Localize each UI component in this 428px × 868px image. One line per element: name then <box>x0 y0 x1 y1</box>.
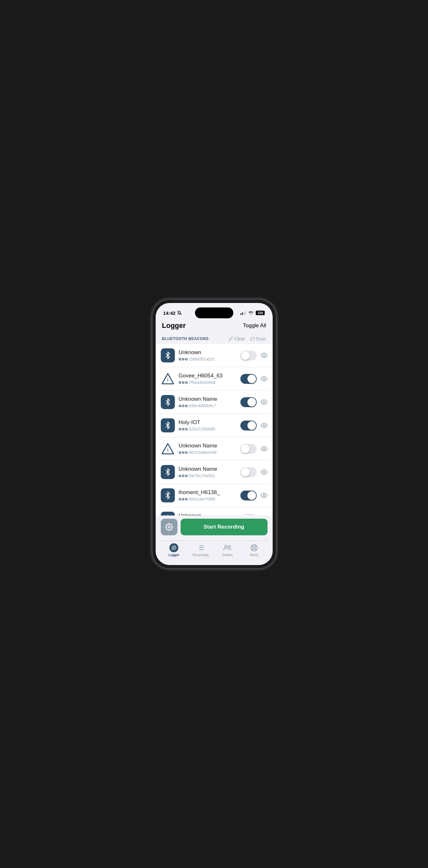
beacon-name: Unknown <box>179 349 237 356</box>
tab-label-logger: Logger <box>169 553 179 557</box>
svg-point-4 <box>263 378 265 379</box>
tab-about[interactable]: About <box>241 543 268 557</box>
beacon-controls <box>240 491 268 500</box>
beacon-row: ! Govee_H6054_63 7f5aa4b1040a <box>156 367 273 391</box>
app-header: Logger Toggle All <box>156 320 273 334</box>
svg-point-11 <box>263 494 265 496</box>
beacon-info: ihoment_H6138_ 80b1cbe708f8 <box>179 489 237 501</box>
bottom-controls: Start Recording <box>161 519 268 535</box>
eye-icon[interactable] <box>261 423 268 428</box>
bluetooth-icon <box>161 465 175 479</box>
beacon-row: Holy-IOT 625a71f30085 <box>156 414 273 437</box>
beacon-row: ihoment_H6138_ 80b1cbe708f8 <box>156 484 273 507</box>
start-recording-label: Start Recording <box>204 524 245 530</box>
tab-icon-recordings <box>196 543 205 552</box>
eye-icon[interactable] <box>261 376 268 381</box>
phone-frame: 14:42 <box>152 299 276 569</box>
svg-line-30 <box>252 549 253 550</box>
beacon-controls <box>240 421 268 431</box>
beacon-address: d3bc4086b9c7 <box>189 403 216 408</box>
beacon-controls <box>240 467 268 477</box>
phone-screen: 14:42 <box>156 303 273 565</box>
section-title: BLUETOOTH BEACONS <box>162 337 209 341</box>
beacon-toggle[interactable] <box>240 467 257 477</box>
settings-button[interactable] <box>161 519 177 535</box>
beacon-toggle[interactable] <box>240 514 257 516</box>
scan-icon <box>250 337 255 341</box>
beacon-toggle[interactable] <box>240 397 257 407</box>
wifi-icon <box>248 311 254 315</box>
time-display: 14:42 <box>163 310 176 316</box>
beacon-toggle[interactable] <box>240 350 257 361</box>
beacon-info: Unknown Name d3bc4086b9c7 <box>179 396 237 408</box>
help-icon <box>250 544 258 552</box>
beacon-toggle[interactable] <box>240 374 257 384</box>
battery-icon: 100 <box>256 311 265 315</box>
gear-icon <box>165 523 173 531</box>
svg-line-0 <box>177 311 181 315</box>
section-actions: Clear Scan <box>228 336 266 341</box>
beacon-toggle[interactable] <box>240 444 257 454</box>
scan-button[interactable]: Scan <box>250 336 266 341</box>
compass-icon <box>170 543 178 552</box>
beacon-controls <box>240 374 268 384</box>
svg-point-13 <box>168 526 170 528</box>
eye-icon[interactable] <box>261 446 268 451</box>
beacon-info: Unknown Name 46313e8d2e09 <box>179 443 237 455</box>
bluetooth-icon <box>161 418 175 432</box>
toggle-all-button[interactable]: Toggle All <box>243 322 266 329</box>
beacon-name: Unknown <box>179 513 237 516</box>
beacon-controls <box>240 397 268 407</box>
bluetooth-icon <box>161 348 175 363</box>
beacon-name: Unknown Name <box>179 466 237 472</box>
svg-line-27 <box>255 549 256 550</box>
beacon-info: Unknown a1b2c3d4e5f6 <box>179 513 237 516</box>
beacon-row: Unknown a1b2c3d4e5f6 <box>156 507 273 516</box>
eye-icon[interactable] <box>261 493 268 498</box>
triangle-icon: ! <box>161 372 175 386</box>
beacon-toggle[interactable] <box>240 421 257 431</box>
clear-icon <box>228 337 233 341</box>
tab-logger[interactable]: Logger <box>161 543 188 557</box>
signal-bars <box>240 311 246 315</box>
status-time: 14:42 <box>163 310 182 316</box>
beacon-controls <box>240 350 268 361</box>
dynamic-island <box>195 307 233 318</box>
svg-point-23 <box>228 546 231 548</box>
beacon-address: f3676c74e051 <box>189 473 215 478</box>
beacon-controls <box>240 444 268 454</box>
bluetooth-icon <box>161 512 175 516</box>
beacon-id-row: f3676c74e051 <box>179 473 237 478</box>
beacon-address: 625a71f30085 <box>189 427 215 431</box>
tab-label-studies: Studies <box>222 553 233 557</box>
eye-icon[interactable] <box>261 353 268 358</box>
tab-label-recordings: Recordings <box>192 553 209 557</box>
beacons-list: Unknown c56fd261a52c <box>156 344 273 516</box>
svg-line-29 <box>255 546 256 547</box>
beacon-row: Unknown Name d3bc4086b9c7 <box>156 391 273 414</box>
svg-point-10 <box>263 471 265 473</box>
tab-studies[interactable]: Studies <box>214 543 241 557</box>
start-recording-button[interactable]: Start Recording <box>181 519 268 535</box>
beacon-toggle[interactable] <box>240 491 257 500</box>
beacon-row: ! Unknown Name 46313e8d2e09 <box>156 437 273 461</box>
tab-recordings[interactable]: Recordings <box>187 543 214 557</box>
beacon-address: 46313e8d2e09 <box>189 450 217 455</box>
tab-icon-logger <box>170 543 178 552</box>
beacon-name: ihoment_H6138_ <box>179 489 237 496</box>
clear-button[interactable]: Clear <box>228 336 245 341</box>
beacon-address: 80b1cbe708f8 <box>189 497 215 501</box>
eye-icon[interactable] <box>261 400 268 405</box>
triangle-icon: ! <box>161 442 175 456</box>
beacon-row: Unknown c56fd261a52c <box>156 344 273 367</box>
eye-icon[interactable] <box>261 469 268 474</box>
list-icon <box>197 544 205 552</box>
beacon-id-row: c56fd261a52c <box>179 356 237 362</box>
beacon-name: Unknown Name <box>179 396 237 402</box>
beacon-name: Unknown Name <box>179 443 237 449</box>
tab-icon-about <box>250 543 258 552</box>
beacon-id-row: 80b1cbe708f8 <box>179 497 237 501</box>
bluetooth-icon <box>161 488 175 502</box>
tab-icon-studies <box>223 543 232 552</box>
bluetooth-icon <box>161 395 175 409</box>
